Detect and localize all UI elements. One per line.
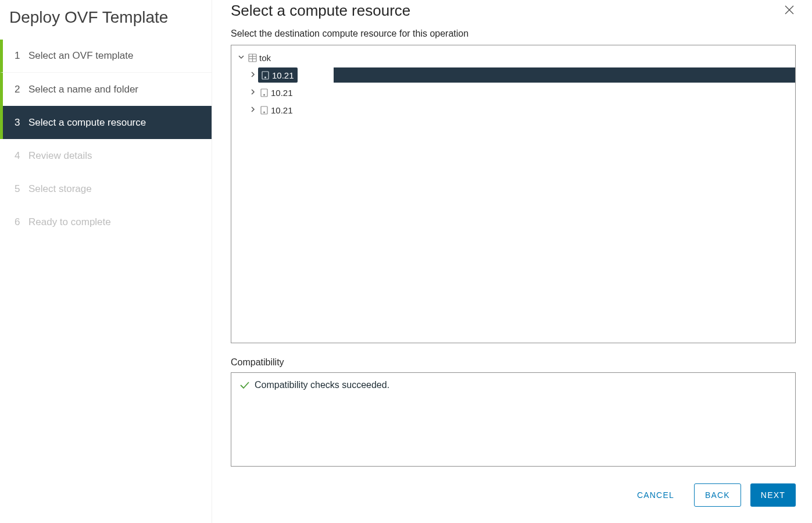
compatibility-heading: Compatibility <box>231 357 796 368</box>
step-4: 4 Review details <box>0 139 212 172</box>
tree-node-label: tok <box>259 53 271 63</box>
compatibility-message: Compatibility checks succeeded. <box>255 380 389 390</box>
compatibility-panel: Compatibility checks succeeded. <box>231 372 796 467</box>
tree-node-datacenter[interactable]: tok <box>231 49 795 66</box>
step-number: 3 <box>15 117 28 129</box>
step-5: 5 Select storage <box>0 172 212 205</box>
wizard-title: Deploy OVF Template <box>0 5 212 40</box>
step-number: 4 <box>15 150 28 162</box>
tree-node-label: 10.21 <box>271 105 293 115</box>
svg-point-9 <box>263 94 264 95</box>
chevron-down-icon[interactable] <box>237 54 245 62</box>
page-subtitle: Select the destination compute resource … <box>231 29 796 39</box>
step-6: 6 Ready to complete <box>0 205 212 239</box>
cancel-button[interactable]: CANCEL <box>627 483 685 507</box>
check-icon <box>239 381 250 392</box>
wizard-footer: CANCEL BACK NEXT <box>627 483 796 507</box>
back-button[interactable]: BACK <box>694 483 741 507</box>
close-icon[interactable] <box>783 1 796 20</box>
datacenter-icon <box>248 53 257 62</box>
page-title: Select a compute resource <box>231 2 410 20</box>
chevron-right-icon[interactable] <box>249 88 257 97</box>
svg-point-11 <box>263 112 264 113</box>
step-number: 5 <box>15 183 28 195</box>
step-number: 6 <box>15 216 28 228</box>
step-3[interactable]: 3 Select a compute resource <box>0 106 212 139</box>
step-2[interactable]: 2 Select a name and folder <box>0 73 212 106</box>
step-label: Select a compute resource <box>28 117 146 129</box>
step-number: 2 <box>15 84 28 95</box>
step-label: Select storage <box>28 183 92 195</box>
selection-bar <box>334 67 795 83</box>
tree-node-host[interactable]: 10.21 <box>231 66 795 84</box>
host-icon <box>259 88 269 97</box>
wizard-sidebar: Deploy OVF Template 1 Select an OVF temp… <box>0 0 212 523</box>
tree-node-label: 10.21 <box>271 88 293 98</box>
chevron-right-icon[interactable] <box>249 71 257 79</box>
compute-resource-tree[interactable]: tok 10.21 <box>231 45 796 343</box>
main-header: Select a compute resource <box>231 1 796 20</box>
step-label: Select a name and folder <box>28 84 138 95</box>
tree-node-host[interactable]: 10.21 <box>231 101 795 119</box>
tree-node-label: 10.21 <box>272 70 294 80</box>
step-1[interactable]: 1 Select an OVF template <box>0 40 212 73</box>
step-label: Ready to complete <box>28 216 111 228</box>
step-label: Review details <box>28 150 92 162</box>
deploy-ovf-wizard: Deploy OVF Template 1 Select an OVF temp… <box>0 0 812 523</box>
step-label: Select an OVF template <box>28 50 133 62</box>
svg-point-7 <box>264 77 266 78</box>
next-button[interactable]: NEXT <box>750 483 796 507</box>
wizard-steps: 1 Select an OVF template 2 Select a name… <box>0 40 212 239</box>
chevron-right-icon[interactable] <box>249 106 257 114</box>
tree-node-host[interactable]: 10.21 <box>231 84 795 101</box>
host-icon <box>259 105 269 115</box>
host-icon <box>260 70 270 80</box>
step-number: 1 <box>15 50 28 62</box>
wizard-main: Select a compute resource Select the des… <box>212 0 812 523</box>
